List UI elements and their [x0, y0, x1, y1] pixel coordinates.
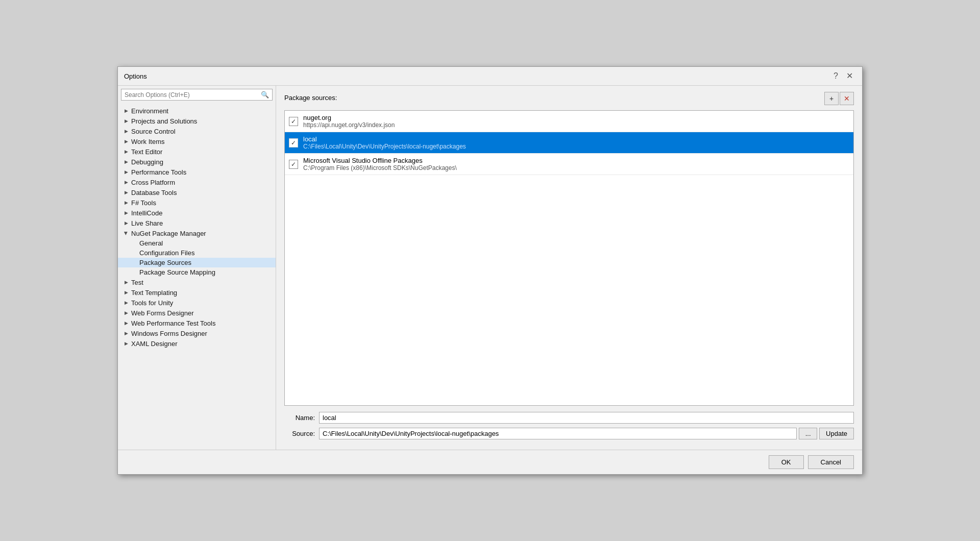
- name-field-row: Name:: [284, 412, 854, 424]
- chevron-right-icon: ▶: [122, 107, 130, 115]
- package-url: C:\Program Files (x86)\Microsoft SDKs\Nu…: [303, 164, 457, 171]
- sidebar-item-label: Performance Tools: [131, 168, 186, 176]
- sidebar-item-label: Projects and Solutions: [131, 117, 197, 125]
- chevron-right-icon: ▶: [122, 178, 130, 186]
- sidebar-subitem-package-sources[interactable]: Package Sources: [118, 258, 276, 267]
- package-info: Microsoft Visual Studio Offline Packages…: [303, 157, 457, 171]
- sidebar-item-label: Tools for Unity: [131, 299, 173, 307]
- tree-container: ▶ Environment ▶ Projects and Solutions ▶…: [118, 104, 276, 450]
- sidebar-item-tools-for-unity[interactable]: ▶ Tools for Unity: [118, 298, 276, 308]
- sidebar-subitem-general[interactable]: General: [118, 238, 276, 248]
- chevron-right-icon: ▶: [122, 117, 130, 125]
- chevron-right-icon: ▶: [122, 147, 130, 156]
- update-button[interactable]: Update: [819, 428, 854, 439]
- browse-button[interactable]: ...: [799, 428, 817, 439]
- dialog-footer: OK Cancel: [118, 450, 862, 474]
- sidebar-item-text-editor[interactable]: ▶ Text Editor: [118, 146, 276, 157]
- left-panel: 🔍 ▶ Environment ▶ Projects and Solutions…: [118, 86, 276, 450]
- sidebar-item-label: Test: [131, 279, 143, 286]
- chevron-right-icon: ▶: [122, 288, 130, 297]
- package-url: C:\Files\Local\Unity\Dev\UnityProjects\l…: [303, 143, 466, 150]
- sidebar-subitem-configuration-files[interactable]: Configuration Files: [118, 248, 276, 258]
- chevron-right-icon: ▶: [122, 339, 130, 348]
- sidebar-item-label: XAML Designer: [131, 340, 178, 348]
- package-checkbox-local[interactable]: [289, 138, 298, 147]
- sidebar-item-web-forms-designer[interactable]: ▶ Web Forms Designer: [118, 308, 276, 318]
- sidebar-item-label: Package Source Mapping: [139, 268, 215, 276]
- search-box[interactable]: 🔍: [121, 89, 273, 101]
- sidebar-item-label: Text Editor: [131, 148, 162, 156]
- section-title: Package sources:: [284, 94, 337, 102]
- sidebar-item-live-share[interactable]: ▶ Live Share: [118, 218, 276, 228]
- chevron-right-icon: ▶: [122, 158, 130, 166]
- sidebar-item-label: Debugging: [131, 158, 163, 166]
- sidebar-item-test[interactable]: ▶ Test: [118, 277, 276, 287]
- add-source-button[interactable]: +: [824, 92, 839, 105]
- sidebar-item-label: Web Forms Designer: [131, 309, 194, 317]
- sidebar-item-label: Web Performance Test Tools: [131, 319, 215, 327]
- chevron-right-icon: ▶: [122, 199, 130, 207]
- source-label: Source:: [284, 430, 315, 437]
- dialog-title: Options: [124, 72, 147, 80]
- sidebar-item-source-control[interactable]: ▶ Source Control: [118, 126, 276, 136]
- sidebar-item-fsharp-tools[interactable]: ▶ F# Tools: [118, 198, 276, 208]
- sidebar-item-label: Environment: [131, 107, 168, 115]
- package-name: local: [303, 135, 466, 143]
- sidebar-item-nuget[interactable]: ▶ NuGet Package Manager: [118, 228, 276, 238]
- sidebar-item-label: Live Share: [131, 219, 163, 227]
- right-panel-header: Package sources: + ✕: [284, 92, 854, 107]
- package-info: nuget.org https://api.nuget.org/v3/index…: [303, 114, 395, 129]
- sidebar-item-intellicode[interactable]: ▶ IntelliCode: [118, 208, 276, 218]
- sidebar-item-performance-tools[interactable]: ▶ Performance Tools: [118, 167, 276, 177]
- sidebar-item-label: Source Control: [131, 128, 176, 135]
- sidebar-item-label: Work Items: [131, 138, 165, 145]
- package-row-nugetorg[interactable]: nuget.org https://api.nuget.org/v3/index…: [285, 111, 853, 132]
- chevron-right-icon: ▶: [122, 168, 130, 176]
- sidebar-item-label: Configuration Files: [139, 249, 194, 257]
- sidebar-item-label: Package Sources: [139, 259, 191, 266]
- sidebar-item-label: IntelliCode: [131, 209, 162, 217]
- search-icon: 🔍: [261, 91, 269, 99]
- package-name: nuget.org: [303, 114, 395, 121]
- search-input[interactable]: [125, 91, 261, 99]
- package-info: local C:\Files\Local\Unity\Dev\UnityProj…: [303, 135, 466, 150]
- sidebar-item-environment[interactable]: ▶ Environment: [118, 106, 276, 116]
- help-button[interactable]: ?: [830, 71, 841, 81]
- dialog-body: 🔍 ▶ Environment ▶ Projects and Solutions…: [118, 86, 862, 450]
- sidebar-item-database-tools[interactable]: ▶ Database Tools: [118, 187, 276, 198]
- package-checkbox-ms-offline[interactable]: [289, 160, 298, 169]
- source-field[interactable]: [319, 428, 797, 439]
- cancel-button[interactable]: Cancel: [808, 455, 854, 469]
- sidebar-item-debugging[interactable]: ▶ Debugging: [118, 157, 276, 167]
- sidebar-item-label: NuGet Package Manager: [131, 230, 206, 237]
- package-list: nuget.org https://api.nuget.org/v3/index…: [284, 110, 854, 406]
- source-field-row: Source: ... Update: [284, 428, 854, 439]
- chevron-right-icon: ▶: [122, 137, 130, 145]
- package-checkbox-nugetorg[interactable]: [289, 117, 298, 126]
- sidebar-item-projects-solutions[interactable]: ▶ Projects and Solutions: [118, 116, 276, 126]
- sidebar-item-label: Windows Forms Designer: [131, 330, 207, 337]
- chevron-right-icon: ▶: [122, 309, 130, 317]
- name-field[interactable]: [319, 412, 854, 424]
- sidebar-item-xaml-designer[interactable]: ▶ XAML Designer: [118, 338, 276, 349]
- ok-button[interactable]: OK: [769, 455, 804, 469]
- package-row-local[interactable]: local C:\Files\Local\Unity\Dev\UnityProj…: [285, 132, 853, 154]
- title-bar-buttons: ? ✕: [830, 71, 856, 81]
- package-url: https://api.nuget.org/v3/index.json: [303, 121, 395, 129]
- sidebar-item-label: Text Templating: [131, 289, 177, 297]
- remove-source-button[interactable]: ✕: [840, 92, 854, 105]
- options-dialog: Options ? ✕ 🔍 ▶ Environment ▶ Projects a…: [117, 66, 863, 475]
- chevron-right-icon: ▶: [122, 319, 130, 327]
- sidebar-item-web-performance-test-tools[interactable]: ▶ Web Performance Test Tools: [118, 318, 276, 328]
- package-name: Microsoft Visual Studio Offline Packages: [303, 157, 457, 164]
- sidebar-item-text-templating[interactable]: ▶ Text Templating: [118, 287, 276, 298]
- sidebar-item-windows-forms-designer[interactable]: ▶ Windows Forms Designer: [118, 328, 276, 338]
- chevron-right-icon: ▶: [122, 219, 130, 227]
- close-button[interactable]: ✕: [843, 71, 856, 81]
- chevron-right-icon: ▶: [122, 299, 130, 307]
- sidebar-item-cross-platform[interactable]: ▶ Cross Platform: [118, 177, 276, 187]
- package-row-ms-offline[interactable]: Microsoft Visual Studio Offline Packages…: [285, 154, 853, 175]
- sidebar-subitem-package-source-mapping[interactable]: Package Source Mapping: [118, 267, 276, 277]
- sidebar-item-work-items[interactable]: ▶ Work Items: [118, 136, 276, 146]
- sidebar-item-label: Cross Platform: [131, 179, 175, 186]
